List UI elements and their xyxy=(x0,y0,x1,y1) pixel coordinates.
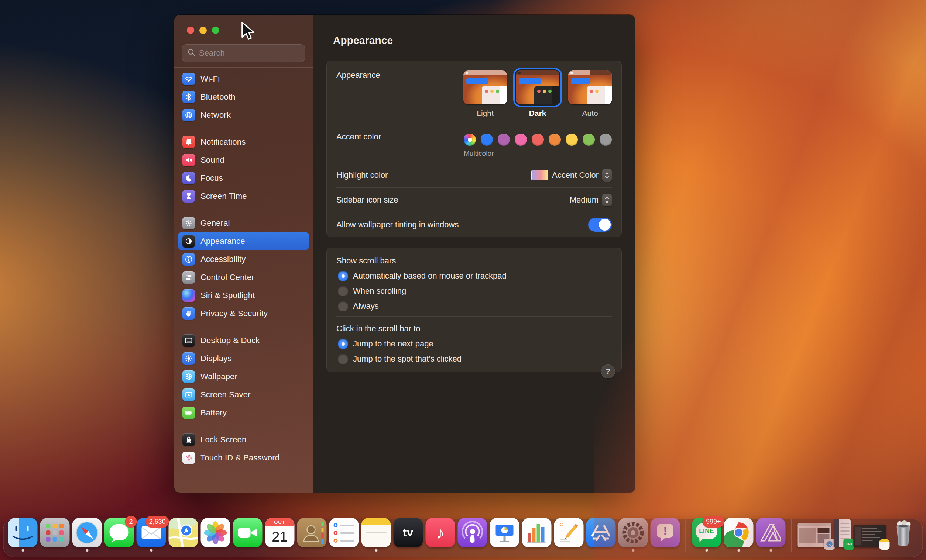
dock-line[interactable]: 999+ LINE xyxy=(692,518,722,551)
sidebar-item-lock-screen[interactable]: Lock Screen xyxy=(178,430,309,448)
accent-swatch-orange[interactable] xyxy=(549,134,561,146)
dock-launchpad[interactable] xyxy=(40,518,70,551)
dock-trash[interactable] xyxy=(889,518,918,551)
bell-icon xyxy=(182,136,195,148)
dock-minimized-line-window[interactable]: LINE xyxy=(834,519,851,551)
sidebar-item-general[interactable]: General xyxy=(178,214,309,232)
wallpaper-tinting-label: Allow wallpaper tinting in windows xyxy=(336,220,458,229)
dock-calendar[interactable]: OCT 21 xyxy=(265,518,295,551)
sidebar-item-wifi[interactable]: Wi-Fi xyxy=(178,70,309,88)
launchpad-icon xyxy=(40,518,70,548)
search-field[interactable] xyxy=(182,44,305,62)
appearance-option-dark[interactable]: Dark xyxy=(516,71,559,118)
sidebar-item-siri-spotlight[interactable]: Siri & Spotlight xyxy=(178,286,309,304)
sidebar-item-displays[interactable]: Displays xyxy=(178,349,309,367)
sidebar-item-touch-id[interactable]: Touch ID & Password xyxy=(178,448,309,466)
highlight-color-label: Highlight color xyxy=(336,171,388,180)
dock-finder[interactable] xyxy=(8,518,38,551)
accent-swatch-red[interactable] xyxy=(532,134,544,146)
dock-appstore[interactable] xyxy=(586,518,616,551)
music-icon: ♪ xyxy=(426,518,455,548)
affinity-photo-icon xyxy=(756,518,786,548)
dock-contacts[interactable] xyxy=(297,518,327,551)
dock-photos[interactable] xyxy=(201,518,230,551)
dock-music[interactable]: ♪ xyxy=(426,518,455,551)
accent-swatch-graphite[interactable] xyxy=(600,134,612,146)
dock-chrome[interactable] xyxy=(724,518,754,551)
photos-icon xyxy=(201,518,230,548)
dock-messages[interactable]: 2 xyxy=(104,518,134,551)
accent-swatch-pink[interactable] xyxy=(515,134,527,146)
appearance-option-light[interactable]: Light xyxy=(463,71,507,118)
dock-notes[interactable] xyxy=(362,518,391,551)
sidebar-item-privacy-security[interactable]: Privacy & Security xyxy=(178,304,309,322)
sidebar-item-control-center[interactable]: Control Center xyxy=(178,268,309,286)
sidebar-item-appearance[interactable]: Appearance xyxy=(178,232,309,250)
radio-when-scrolling[interactable]: When scrolling xyxy=(338,286,612,296)
dock-reminders[interactable] xyxy=(329,518,359,551)
appearance-option-auto[interactable]: Auto xyxy=(568,71,612,118)
calendar-icon: OCT 21 xyxy=(265,518,295,548)
sidebar-item-screen-time[interactable]: Screen Time xyxy=(178,187,309,205)
dock-minimized-code-window[interactable] xyxy=(853,525,886,551)
radio-always[interactable]: Always xyxy=(338,301,612,311)
calendar-month: OCT xyxy=(265,518,295,526)
sidebar-item-screen-saver[interactable]: Screen Saver xyxy=(178,385,309,404)
dock-numbers[interactable] xyxy=(522,518,552,551)
dock-maps[interactable] xyxy=(169,518,198,551)
radio-jump-next-page[interactable]: Jump to the next page xyxy=(338,339,612,349)
radio-icon xyxy=(338,301,348,311)
dock-tv[interactable]: tv xyxy=(393,518,423,551)
sidebar-item-focus[interactable]: Focus xyxy=(178,169,309,187)
accent-swatch-yellow[interactable] xyxy=(566,134,578,146)
dock-keynote[interactable] xyxy=(490,518,519,551)
dock-system-settings[interactable] xyxy=(619,518,648,551)
radio-jump-to-spot[interactable]: Jump to the spot that's clicked xyxy=(338,354,612,364)
sidebar-item-network[interactable]: Network xyxy=(178,106,309,124)
sidebar-item-notifications[interactable]: Notifications xyxy=(178,133,309,151)
sidebar-item-battery[interactable]: Battery xyxy=(178,404,309,422)
accent-swatch-multicolor[interactable] xyxy=(464,134,476,146)
radio-selected-icon xyxy=(338,339,348,349)
accent-swatch-purple[interactable] xyxy=(498,134,510,146)
sidebar-item-bluetooth[interactable]: Bluetooth xyxy=(178,88,309,106)
reminders-icon xyxy=(329,518,359,548)
search-input[interactable] xyxy=(199,48,300,58)
appearance-row-label: Appearance xyxy=(336,71,380,80)
sun-icon xyxy=(182,352,195,365)
bluetooth-icon xyxy=(182,91,195,103)
wallpaper-tinting-toggle[interactable] xyxy=(588,218,612,232)
dock-pages[interactable]: “ xyxy=(554,518,584,551)
notes-mini-icon xyxy=(879,539,890,549)
stepper-control[interactable] xyxy=(602,169,612,181)
dock-safari[interactable] xyxy=(73,518,102,551)
accent-swatch-green[interactable] xyxy=(583,134,595,146)
highlight-color-select[interactable]: Accent Color xyxy=(531,169,612,181)
help-button[interactable]: ? xyxy=(601,364,615,379)
moon-icon xyxy=(182,172,195,184)
dock-mail[interactable]: 2,630 xyxy=(137,518,166,551)
dock-divider xyxy=(791,519,792,551)
sidebar-icon-size-select[interactable]: Medium xyxy=(570,194,612,206)
sidebar-item-desktop-dock[interactable]: Desktop & Dock xyxy=(178,331,309,349)
radio-auto-scrollbars[interactable]: Automatically based on mouse or trackpad xyxy=(338,271,612,281)
accent-swatch-blue[interactable] xyxy=(481,134,493,146)
dock-podcasts[interactable] xyxy=(458,518,487,551)
minimize-button[interactable] xyxy=(200,27,207,34)
sidebar-item-wallpaper[interactable]: Wallpaper xyxy=(178,367,309,385)
page-title: Appearance xyxy=(333,35,635,47)
sidebar-item-sound[interactable]: Sound xyxy=(178,151,309,169)
zoom-button[interactable] xyxy=(212,27,219,34)
dock-affinity[interactable] xyxy=(756,518,786,551)
auto-label: Auto xyxy=(568,109,612,118)
dock-feedback-assistant[interactable]: ! xyxy=(651,518,680,551)
sidebar-item-accessibility[interactable]: Accessibility xyxy=(178,250,309,268)
stepper-control[interactable] xyxy=(602,194,612,206)
contacts-icon xyxy=(297,518,327,548)
sidebar-nav: Wi-Fi Bluetooth Network Notifica xyxy=(174,67,313,466)
dock-facetime[interactable] xyxy=(233,518,263,551)
dock-minimized-safari-window[interactable] xyxy=(797,523,831,551)
svg-text:!: ! xyxy=(663,525,667,537)
close-button[interactable] xyxy=(187,27,194,34)
svg-text:“: “ xyxy=(559,522,563,531)
